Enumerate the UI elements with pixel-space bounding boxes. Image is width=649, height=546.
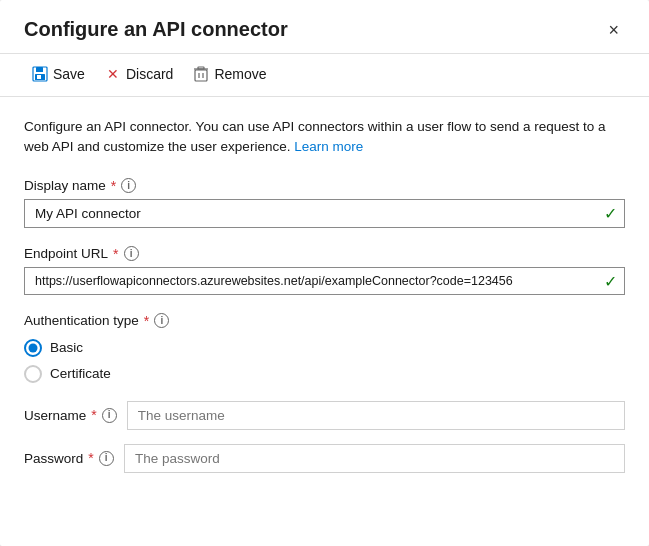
- svg-rect-8: [198, 67, 204, 69]
- auth-certificate-label: Certificate: [50, 366, 111, 381]
- auth-type-label: Authentication type * i: [24, 313, 625, 329]
- endpoint-url-info-icon[interactable]: i: [124, 246, 139, 261]
- svg-rect-3: [37, 75, 41, 79]
- toolbar: Save ✕ Discard Remove: [0, 53, 649, 97]
- svg-rect-4: [195, 70, 207, 81]
- endpoint-url-group: Endpoint URL * i ✓: [24, 246, 625, 295]
- username-label: Username * i: [24, 407, 117, 423]
- remove-icon: [193, 66, 209, 82]
- endpoint-url-required: *: [113, 246, 118, 262]
- remove-label: Remove: [214, 66, 266, 82]
- display-name-check-icon: ✓: [604, 204, 617, 223]
- learn-more-link[interactable]: Learn more: [294, 139, 363, 154]
- password-required: *: [88, 450, 93, 466]
- endpoint-url-input-wrapper: ✓: [24, 267, 625, 295]
- password-label: Password * i: [24, 450, 114, 466]
- username-required: *: [91, 407, 96, 423]
- auth-certificate-radio[interactable]: [24, 365, 42, 383]
- auth-type-info-icon[interactable]: i: [154, 313, 169, 328]
- discard-button[interactable]: ✕ Discard: [97, 62, 181, 86]
- discard-icon: ✕: [105, 66, 121, 82]
- endpoint-url-label: Endpoint URL * i: [24, 246, 625, 262]
- auth-certificate-option[interactable]: Certificate: [24, 365, 625, 383]
- password-row: Password * i: [24, 444, 625, 473]
- auth-type-group: Authentication type * i Basic Certificat…: [24, 313, 625, 383]
- dialog-title: Configure an API connector: [24, 18, 288, 41]
- password-info-icon[interactable]: i: [99, 451, 114, 466]
- endpoint-url-input[interactable]: [24, 267, 625, 295]
- display-name-info-icon[interactable]: i: [121, 178, 136, 193]
- display-name-label: Display name * i: [24, 178, 625, 194]
- auth-basic-option[interactable]: Basic: [24, 339, 625, 357]
- svg-rect-1: [36, 67, 43, 72]
- configure-api-connector-dialog: Configure an API connector × Save ✕ Disc…: [0, 0, 649, 546]
- save-icon: [32, 66, 48, 82]
- endpoint-url-check-icon: ✓: [604, 271, 617, 290]
- password-input[interactable]: [124, 444, 625, 473]
- save-button[interactable]: Save: [24, 62, 93, 86]
- display-name-group: Display name * i ✓: [24, 178, 625, 228]
- description-text: Configure an API connector. You can use …: [24, 117, 625, 158]
- username-row: Username * i: [24, 401, 625, 430]
- remove-button[interactable]: Remove: [185, 62, 274, 86]
- auth-basic-label: Basic: [50, 340, 83, 355]
- dialog-body: Configure an API connector. You can use …: [0, 97, 649, 546]
- dialog-header: Configure an API connector ×: [0, 0, 649, 53]
- display-name-input-wrapper: ✓: [24, 199, 625, 228]
- discard-label: Discard: [126, 66, 173, 82]
- username-input[interactable]: [127, 401, 625, 430]
- display-name-required: *: [111, 178, 116, 194]
- username-info-icon[interactable]: i: [102, 408, 117, 423]
- close-button[interactable]: ×: [602, 19, 625, 41]
- auth-type-radio-group: Basic Certificate: [24, 339, 625, 383]
- auth-basic-radio[interactable]: [24, 339, 42, 357]
- display-name-input[interactable]: [24, 199, 625, 228]
- save-label: Save: [53, 66, 85, 82]
- auth-type-required: *: [144, 313, 149, 329]
